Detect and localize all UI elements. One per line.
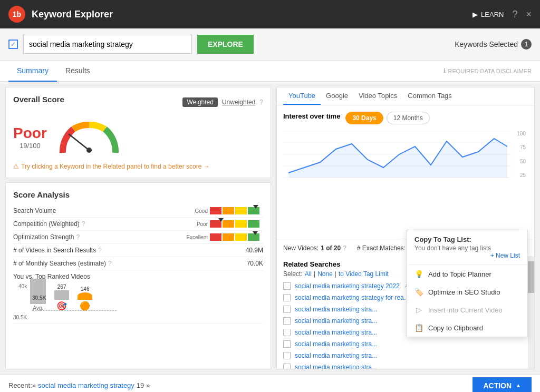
keywords-count-badge: 1 [521, 39, 532, 50]
gauge-chart [57, 119, 121, 155]
tab-summary[interactable]: Summary [8, 61, 57, 82]
new-videos-stat: New Videos: 1 of 20 ? [283, 244, 346, 252]
weighted-option[interactable]: Weighted [182, 97, 217, 107]
add-to-topic-planner-item[interactable]: 💡 Add to Topic Planner [407, 265, 527, 283]
bar-icon-target: 🎯 [56, 301, 67, 311]
related-checkbox-8[interactable] [283, 364, 291, 369]
related-link-3[interactable]: social media marketing stra... [295, 306, 377, 313]
new-videos-help-icon[interactable]: ? [343, 244, 346, 252]
related-link-1[interactable]: social media marketing strategy 2022 [295, 282, 400, 290]
scroll-thumb[interactable] [528, 261, 534, 293]
competition-help-icon[interactable]: ? [82, 220, 85, 228]
tab-common-tags[interactable]: Common Tags [402, 87, 457, 105]
videos-help-icon[interactable]: ? [98, 247, 102, 254]
bar-icon-user: 🟠 [80, 301, 90, 311]
context-menu: Copy To Tag List: You don't have any tag… [407, 230, 528, 337]
interest-section: Interest over time 30 Days 12 Months [277, 105, 534, 131]
related-link-7[interactable]: social media marketing stra... [295, 352, 377, 359]
interest-chart-area: 100 75 50 25 [277, 131, 534, 240]
svg-marker-7 [288, 139, 507, 178]
learn-icon: ▶ [472, 11, 478, 18]
right-tabs: YouTube Google Video Topics Common Tags [277, 87, 534, 105]
right-panel: YouTube Google Video Topics Common Tags … [276, 87, 535, 369]
related-checkbox-5[interactable] [283, 329, 291, 336]
monthly-help-icon[interactable]: ? [108, 260, 112, 267]
new-list-link[interactable]: + New List [414, 252, 520, 259]
related-link-6[interactable]: social media marketing stra... [295, 340, 377, 348]
optimization-help-icon[interactable]: ? [76, 233, 80, 241]
header-actions: ▶ LEARN ? × [472, 9, 532, 20]
12-months-button[interactable]: 12 Months [387, 112, 430, 124]
score-number: 19/100 [13, 142, 47, 150]
related-link-5[interactable]: social media marketing stra... [295, 329, 377, 336]
svg-point-1 [86, 148, 92, 153]
insert-video-icon: ▷ [414, 306, 423, 314]
analysis-row-search-volume: Search Volume Good [13, 204, 263, 218]
related-checkbox-4[interactable] [283, 317, 291, 325]
score-label: Poor [13, 125, 47, 142]
recent-num: 19 » [137, 381, 150, 389]
tab-youtube[interactable]: YouTube [283, 87, 321, 105]
overall-score-card: Overall Score Weighted Unweighted ? Poor… [5, 87, 271, 178]
search-bar: ✓ EXPLORE Keywords Selected 1 [0, 28, 540, 61]
related-link-2[interactable]: social media marketing strategy for real… [295, 294, 411, 301]
disclaimer: ℹ REQUIRED DATA DISCLAIMER [443, 67, 532, 74]
tab-results[interactable]: Results [57, 61, 99, 82]
svg-line-0 [69, 134, 89, 150]
list-item: social media marketing stra... [283, 362, 528, 369]
copy-tag-section: Copy To Tag List: You don't have any tag… [407, 230, 527, 265]
list-item: social media marketing stra... [283, 339, 528, 349]
learn-button[interactable]: ▶ LEARN [472, 11, 504, 18]
related-checkbox-6[interactable] [283, 340, 291, 348]
action-button[interactable]: ACTION ▲ [472, 377, 532, 393]
score-analysis-title: Score Analysis [13, 190, 263, 199]
info-icon: ℹ [443, 67, 446, 74]
interest-title: Interest over time [283, 112, 340, 120]
seo-studio-icon: 🏷️ [414, 288, 423, 296]
optimize-seo-studio-item[interactable]: 🏷️ Optimize in SEO Studio [407, 283, 527, 301]
select-to-tag-limit-link[interactable]: to Video Tag Limit [339, 270, 389, 278]
main-content: Overall Score Weighted Unweighted ? Poor… [0, 82, 540, 375]
warning-icon: ⚠ [13, 163, 19, 170]
related-checkbox-2[interactable] [283, 294, 291, 301]
scrollbar[interactable] [528, 256, 534, 369]
score-help-icon[interactable]: ? [259, 99, 263, 106]
score-display: Poor 19/100 [13, 113, 263, 161]
action-arrow-icon: ▲ [516, 383, 521, 388]
right-card: YouTube Google Video Topics Common Tags … [276, 87, 535, 369]
score-analysis-card: Score Analysis Search Volume Good [5, 182, 271, 369]
keywords-selected: Keywords Selected 1 [455, 39, 532, 50]
tabs-bar: Summary Results ℹ REQUIRED DATA DISCLAIM… [0, 61, 540, 82]
search-checkbox[interactable]: ✓ [8, 40, 18, 49]
help-icon[interactable]: ? [512, 9, 517, 20]
clipboard-icon: 📋 [414, 324, 423, 332]
bottom-bar: Recent:» social media marketing strategy… [0, 375, 540, 392]
list-item: social media marketing stra... [283, 350, 528, 361]
explore-button[interactable]: EXPLORE [197, 35, 254, 54]
analysis-row-you-vs: You vs. Top Ranked Videos 40k 30.5K Avg. [13, 270, 263, 324]
left-panel: Overall Score Weighted Unweighted ? Poor… [5, 87, 271, 369]
topic-planner-icon: 💡 [414, 270, 423, 278]
unweighted-option[interactable]: Unweighted [222, 99, 255, 106]
search-input[interactable] [23, 35, 192, 54]
related-checkbox-3[interactable] [283, 306, 291, 313]
header: 1b Keyword Explorer ▶ LEARN ? × [0, 0, 540, 28]
analysis-row-optimization: Optimization Strength ? Excellent [13, 231, 263, 244]
close-icon[interactable]: × [526, 9, 532, 20]
select-none-link[interactable]: None [317, 270, 333, 278]
related-checkbox-7[interactable] [283, 352, 291, 359]
analysis-row-videos: # of Videos in Search Results ? 40.9M [13, 244, 263, 257]
30-days-button[interactable]: 30 Days [345, 112, 383, 124]
tab-video-topics[interactable]: Video Topics [353, 87, 402, 105]
tab-google[interactable]: Google [321, 87, 353, 105]
related-checkbox-1[interactable] [283, 282, 291, 290]
score-text: Poor 19/100 [13, 125, 47, 150]
recent-keyword-link[interactable]: social media marketing strategy [38, 381, 134, 389]
related-link-4[interactable]: social media marketing stra... [295, 317, 377, 325]
insert-current-video-item: ▷ Insert into Current Video [407, 301, 527, 319]
select-all-link[interactable]: All [305, 270, 312, 278]
interest-chart-svg [283, 131, 510, 178]
app-title: Keyword Explorer [32, 9, 466, 20]
copy-to-clipboard-item[interactable]: 📋 Copy to Clipboard [407, 319, 527, 337]
related-link-8[interactable]: social media marketing stra... [295, 364, 377, 369]
